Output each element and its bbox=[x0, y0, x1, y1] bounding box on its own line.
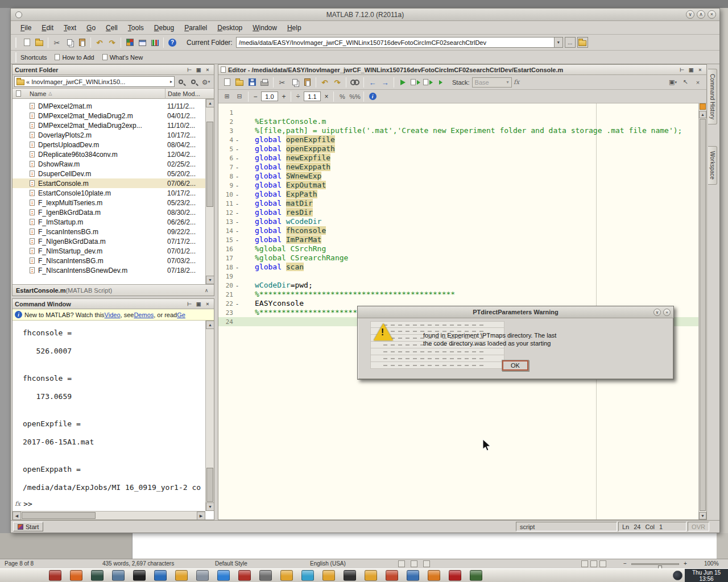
code-line[interactable]: 5-global openExppath bbox=[218, 144, 698, 153]
scrollbar-thumb[interactable] bbox=[206, 468, 213, 502]
help-button[interactable]: ? bbox=[166, 37, 179, 48]
taskbar-app-icon-4[interactable] bbox=[112, 570, 125, 581]
actions-button[interactable]: ▾ bbox=[200, 76, 212, 88]
taskbar-app-icon-3[interactable] bbox=[91, 570, 104, 581]
undo-button[interactable] bbox=[318, 77, 331, 88]
decrement-value-button[interactable]: − bbox=[251, 92, 260, 102]
dialog-titlebar[interactable]: PTdirectParameters Warning ∨ × bbox=[358, 306, 673, 318]
zoom-slider[interactable] bbox=[631, 563, 679, 565]
signature-icon[interactable] bbox=[423, 560, 430, 567]
sort-ascending-icon[interactable]: △ bbox=[48, 91, 52, 96]
fx-icon[interactable]: fx bbox=[15, 500, 20, 508]
word-count[interactable]: 435 words, 2,697 characters bbox=[102, 560, 174, 567]
toolbar-grip[interactable] bbox=[15, 38, 17, 48]
single-page-view-icon[interactable] bbox=[581, 560, 588, 567]
scroll-right-icon[interactable]: ▶ bbox=[197, 512, 205, 520]
language-selector[interactable]: English (USA) bbox=[310, 560, 346, 567]
console-hscrollbar[interactable]: ◀ ▶ bbox=[13, 511, 205, 519]
code-line[interactable]: 9-global ExpOutmat bbox=[218, 181, 698, 190]
search-folder-button[interactable] bbox=[175, 76, 187, 88]
breadcrumb[interactable]: InovImager_jwrCF_WINLinx150... bbox=[31, 78, 125, 85]
find-button[interactable] bbox=[349, 77, 361, 88]
scroll-down-icon[interactable]: ▼ bbox=[699, 512, 706, 519]
menu-text[interactable]: Text bbox=[59, 22, 81, 34]
command-window-header[interactable]: Command Window ⊢ ▣ × bbox=[13, 299, 214, 309]
taskbar-app-icon-20[interactable] bbox=[449, 570, 461, 581]
scrollbar-thumb[interactable] bbox=[22, 512, 96, 519]
cut-button[interactable] bbox=[51, 37, 63, 48]
run-button[interactable] bbox=[396, 77, 409, 88]
stack-combo[interactable]: Base▾ bbox=[472, 77, 512, 88]
file-row[interactable]: DpertsUploadDev.m08/04/2... bbox=[13, 140, 205, 149]
save-button[interactable] bbox=[246, 77, 258, 88]
taskbar-app-icon-7[interactable] bbox=[175, 570, 188, 581]
file-row[interactable]: EstartConsole10plate.m10/17/2... bbox=[13, 188, 205, 198]
undock-editor-button[interactable]: ↖ bbox=[679, 77, 692, 88]
shade-window-icon[interactable]: ∨ bbox=[686, 10, 694, 19]
float-icon[interactable]: ▣ bbox=[687, 66, 695, 73]
name-column-header[interactable]: Name bbox=[30, 90, 46, 97]
guide-button[interactable] bbox=[136, 37, 148, 48]
open-button[interactable] bbox=[233, 77, 246, 88]
file-row[interactable]: DReplicate96to384conv.m12/04/2... bbox=[13, 149, 205, 159]
current-folder-input[interactable] bbox=[237, 38, 554, 47]
print-button[interactable] bbox=[258, 77, 271, 88]
taskbar-app-icon-21[interactable] bbox=[470, 570, 482, 581]
scroll-up-icon[interactable]: ▲ bbox=[206, 99, 214, 107]
path-dropdown-icon[interactable]: ▾ bbox=[554, 38, 562, 47]
increment-value-button[interactable]: + bbox=[279, 92, 288, 102]
menu-debug[interactable]: Debug bbox=[149, 22, 179, 34]
taskbar-app-icon-17[interactable] bbox=[386, 570, 398, 581]
shortcuts-grip[interactable] bbox=[15, 52, 17, 63]
video-link[interactable]: Video bbox=[105, 311, 121, 318]
taskbar-app-icon-18[interactable] bbox=[407, 570, 419, 581]
code-line[interactable]: 18-global scan bbox=[218, 263, 698, 272]
menu-go[interactable]: Go bbox=[81, 22, 101, 34]
file-row[interactable]: DshowRaw.m02/25/2... bbox=[13, 159, 205, 169]
background-scrollbar[interactable] bbox=[719, 8, 728, 559]
run-advance-button[interactable] bbox=[421, 77, 434, 88]
side-tab-workspace[interactable]: Workspace bbox=[708, 146, 717, 185]
breadcrumb-back[interactable]: « bbox=[26, 78, 30, 85]
clock[interactable]: Thu Jun 15 13:56 bbox=[685, 569, 728, 582]
taskbar-app-icon-1[interactable] bbox=[49, 570, 61, 581]
up-folder-button[interactable] bbox=[577, 37, 588, 48]
file-details-bar[interactable]: EstartConsole.m (MATLAB Script) ∧ bbox=[13, 284, 214, 296]
breadcrumb-expand-icon[interactable]: ▸ bbox=[170, 79, 172, 84]
editor-header[interactable]: Editor - /media/data/EASY/InovImager_jwr… bbox=[218, 65, 706, 75]
dialog-shade-icon[interactable]: ∨ bbox=[653, 309, 661, 316]
file-row[interactable]: F_ImStartup.m06/26/2... bbox=[13, 217, 205, 227]
code-line[interactable]: 20-wCodeDir=pwd; bbox=[218, 281, 698, 290]
moon-indicator-icon[interactable] bbox=[673, 571, 682, 580]
file-row[interactable]: F_IgenBkGrdData.m08/30/2... bbox=[13, 207, 205, 217]
publish-info-button[interactable]: i bbox=[366, 91, 379, 102]
date-column-header[interactable]: Date Mod... bbox=[165, 89, 200, 99]
taskbar-app-icon-11[interactable] bbox=[259, 570, 272, 581]
code-line[interactable]: 13-global wCodeDir bbox=[218, 217, 698, 226]
code-line[interactable]: 7-global newExppath bbox=[218, 163, 698, 172]
paste-button[interactable] bbox=[301, 77, 313, 88]
menu-tools[interactable]: Tools bbox=[123, 22, 149, 34]
code-line[interactable]: 17%global CSrearchRange bbox=[218, 253, 698, 263]
page-indicator[interactable]: Page 8 of 8 bbox=[5, 560, 34, 567]
scrollbar-thumb[interactable] bbox=[700, 119, 706, 511]
multi-page-view-icon[interactable] bbox=[590, 560, 597, 567]
comment-button[interactable]: % bbox=[336, 91, 349, 102]
code-line[interactable]: 4-global openExpfile bbox=[218, 135, 698, 144]
dock-icon[interactable]: ⊢ bbox=[185, 300, 193, 307]
float-icon[interactable]: ▣ bbox=[195, 300, 202, 307]
scroll-up-icon[interactable]: ▲ bbox=[206, 321, 214, 329]
refresh-button[interactable] bbox=[187, 76, 200, 88]
code-line[interactable]: 2%EstartConsole.m bbox=[218, 117, 698, 126]
open-file-button[interactable] bbox=[33, 37, 46, 48]
value-step-field[interactable]: 1.0 bbox=[261, 92, 278, 101]
menu-file[interactable]: File bbox=[15, 22, 36, 34]
new-button[interactable] bbox=[221, 77, 233, 88]
simulink-button[interactable] bbox=[123, 37, 136, 48]
menu-help[interactable]: Help bbox=[282, 22, 307, 34]
paste-button[interactable] bbox=[76, 37, 88, 48]
taskbar-app-icon-16[interactable] bbox=[365, 570, 377, 581]
new-script-button[interactable] bbox=[20, 37, 33, 48]
demos-link[interactable]: Demos bbox=[134, 311, 154, 318]
go-forward-button[interactable] bbox=[379, 77, 391, 88]
